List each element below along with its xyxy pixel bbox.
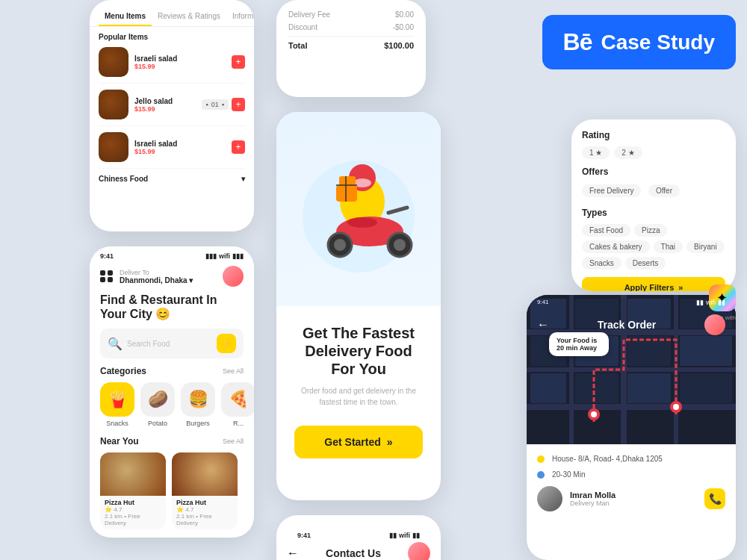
restaurant-meta-1: ⭐ 4.7 xyxy=(105,506,161,513)
apply-filters-button[interactable]: Apply Filters » xyxy=(582,277,725,291)
scooter-svg xyxy=(284,134,433,284)
item-price-1: $15.99 xyxy=(134,63,226,70)
menu-item-info-3: Israeli salad $15.99 xyxy=(134,140,226,155)
category-burgers[interactable]: 🍔 Burgers xyxy=(181,382,215,427)
food-image-1 xyxy=(99,47,128,77)
counter-2[interactable]: ▪ 01 ▪ xyxy=(202,99,229,110)
menu-item-3: Israeli salad $15.99 + xyxy=(99,132,245,169)
delivery-fee-row: Delivery Fee $0.00 xyxy=(288,10,414,19)
type-fast-food[interactable]: Fast Food xyxy=(582,224,630,237)
type-cakes[interactable]: Cakes & bakery xyxy=(582,240,650,253)
popular-items-label: Popular Items xyxy=(99,33,245,41)
add-button-1[interactable]: + xyxy=(232,55,245,69)
food-img-bg-1 xyxy=(99,47,128,77)
tab-reviews[interactable]: Reviews & Ratings xyxy=(152,7,226,26)
star-1-chip[interactable]: 1 ★ xyxy=(582,146,610,159)
card-contact: 9:41 ▮▮ wifi ▮▮ ← Contact Us xyxy=(276,515,441,560)
restaurant-card-1[interactable]: Pizza Hut ⭐ 4.7 2.1 km • Free Delivery xyxy=(100,452,166,529)
type-snacks[interactable]: Snacks xyxy=(582,257,622,270)
category-snacks[interactable]: 🍟 Snacks xyxy=(100,382,134,427)
apply-arrows-icon: » xyxy=(678,283,683,291)
potato-icon: 🥔 xyxy=(140,382,175,417)
chevron-down-icon: ▾ xyxy=(241,175,245,183)
card-delivery: Get The Fastest Deleivery Food For You O… xyxy=(276,112,441,500)
food-img-bg-3 xyxy=(99,132,128,162)
counter-plus[interactable]: ▪ xyxy=(222,101,224,108)
food-image-2 xyxy=(99,90,128,119)
svg-point-35 xyxy=(591,411,597,417)
tab-info[interactable]: Informa... xyxy=(226,7,254,26)
deliver-location: Dhanmondi, Dhaka ▾ xyxy=(120,276,193,284)
card-order-summary: Delivery Fee $0.00 Discount -$0.00 Total… xyxy=(276,0,426,97)
type-thai[interactable]: Thai xyxy=(654,240,683,253)
svg-rect-32 xyxy=(627,373,671,403)
tab-menu-items[interactable]: Menu Items xyxy=(99,7,152,26)
restaurant-distance-2: 2.1 km • Free Delivery xyxy=(176,513,233,526)
search-icon: 🔍 xyxy=(108,337,123,351)
contact-avatar xyxy=(408,542,430,560)
call-driver-button[interactable]: 📞 xyxy=(704,488,725,509)
near-you-title: Near You xyxy=(100,436,139,447)
svg-rect-30 xyxy=(530,373,566,403)
track-time: 9:41 xyxy=(537,299,549,306)
contact-status-icons: ▮▮ wifi ▮▮ xyxy=(389,532,420,539)
deliver-label: Deliver To xyxy=(120,269,193,276)
type-biryani[interactable]: Biryani xyxy=(686,240,725,253)
get-started-button[interactable]: Get Started » xyxy=(294,426,422,458)
restaurant-card-2[interactable]: Pizza Hut ⭐ 4.7 2.1 km • Free Delivery xyxy=(172,452,238,529)
total-value: $100.00 xyxy=(384,41,414,50)
type-deserts[interactable]: Deserts xyxy=(625,257,666,270)
restaurant-name-1: Pizza Hut xyxy=(105,499,161,506)
filter-icon-button[interactable]: ⚡ xyxy=(217,334,236,353)
wifi-icon: wifi xyxy=(219,252,230,260)
menu-item-info-1: Israeli salad $15.99 xyxy=(134,55,226,70)
user-avatar[interactable] xyxy=(223,266,244,287)
counter-minus[interactable]: ▪ xyxy=(206,101,208,108)
contact-signal-icon: ▮▮ xyxy=(389,532,397,539)
grid-menu-icon[interactable] xyxy=(100,270,114,282)
categories-see-all[interactable]: See All xyxy=(223,367,244,375)
item-name-3: Israeli salad xyxy=(134,140,226,148)
delivery-text-area: Get The Fastest Deleivery Food For You O… xyxy=(276,306,441,476)
add-button-3[interactable]: + xyxy=(232,140,245,154)
category-more[interactable]: 🍕 R... xyxy=(221,382,254,427)
track-info-panel: House- 8/A, Road- 4,Dhaka 1205 20-30 Min… xyxy=(527,444,736,522)
discount-value: -$0.00 xyxy=(393,23,414,31)
get-started-label: Get Started xyxy=(324,436,380,448)
types-section-title: Types xyxy=(582,208,725,218)
restaurant-info-1: Pizza Hut ⭐ 4.7 2.1 km • Free Delivery xyxy=(100,496,166,529)
offer-chip[interactable]: Offer xyxy=(648,184,680,197)
svg-point-13 xyxy=(347,217,377,228)
type-pizza[interactable]: Pizza xyxy=(634,224,667,237)
food-image-3 xyxy=(99,132,128,162)
snacks-icon: 🍟 xyxy=(100,382,134,417)
get-started-arrows: » xyxy=(387,436,393,448)
svg-point-12 xyxy=(394,239,406,251)
free-delivery-chip[interactable]: Free Delivery xyxy=(582,184,641,197)
menu-tabs: Menu Items Reviews & Ratings Informa... xyxy=(90,0,254,27)
star-2-chip[interactable]: 2 ★ xyxy=(614,146,642,159)
search-bar[interactable]: 🔍 Search Food ⚡ xyxy=(100,329,244,358)
burgers-icon: 🍔 xyxy=(181,382,215,417)
total-label: Total xyxy=(288,41,307,50)
more-label: R... xyxy=(221,420,254,427)
discount-row: Discount -$0.00 xyxy=(288,23,414,31)
offers-chips: Free Delivery Offer xyxy=(582,183,725,200)
svg-point-10 xyxy=(334,239,346,251)
be-case-study-text: Case Study xyxy=(601,31,716,55)
categories-title: Categories xyxy=(100,366,146,376)
category-potato[interactable]: 🥔 Potato xyxy=(140,382,175,427)
near-you-see-all[interactable]: See All xyxy=(223,438,244,445)
card-home: 9:41 ▮▮▮ wifi ▮▮▮ Deliver To Dhanmondi, … xyxy=(90,246,254,538)
add-button-2[interactable]: + xyxy=(232,98,245,111)
contact-back-icon[interactable]: ← xyxy=(287,547,299,560)
location-arrow: ▾ xyxy=(189,276,193,284)
track-back-icon[interactable]: ← xyxy=(537,318,549,332)
chinese-label: Chiness Food xyxy=(99,175,148,183)
contact-battery-icon: ▮▮ xyxy=(412,532,420,539)
svg-rect-5 xyxy=(339,176,356,188)
behance-badge: Bē Case Study xyxy=(542,15,736,69)
menu-content: Popular Items Israeli salad $15.99 + Jel… xyxy=(90,27,254,189)
delivery-time-text: 20-30 Min xyxy=(552,470,585,479)
driver-name: Imran Molla xyxy=(570,491,616,500)
